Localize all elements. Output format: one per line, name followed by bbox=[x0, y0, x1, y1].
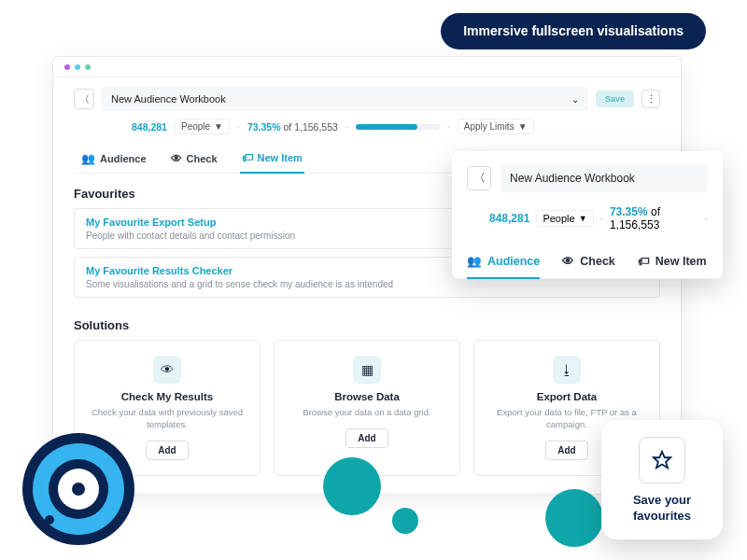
add-button[interactable]: Add bbox=[146, 441, 188, 460]
eye-icon: 👁 bbox=[171, 152, 182, 165]
chevron-down-icon: ⌄ bbox=[571, 94, 579, 105]
popout-card: 〈 New Audience Workbook 848,281 People ▼… bbox=[452, 151, 723, 279]
tag-icon: 🏷 bbox=[242, 151, 253, 164]
separator-dot: · bbox=[237, 121, 240, 133]
tab-label: Audience bbox=[100, 153, 147, 164]
brand-logo bbox=[22, 433, 134, 545]
back-button[interactable]: 〈 bbox=[74, 89, 94, 109]
unit-label: People bbox=[543, 213, 574, 224]
add-button[interactable]: Add bbox=[345, 428, 388, 448]
section-solutions-heading: Solutions bbox=[74, 305, 660, 340]
solution-title: Browse Data bbox=[334, 391, 400, 402]
unit-selector[interactable]: People ▼ bbox=[536, 210, 593, 227]
tab-label: New Item bbox=[655, 255, 707, 268]
tab-check[interactable]: 👁 Check bbox=[562, 246, 615, 278]
separator-dot: · bbox=[600, 212, 603, 225]
window-dot bbox=[85, 64, 91, 70]
eye-icon: 👁 bbox=[562, 255, 574, 268]
unit-label: People bbox=[181, 121, 210, 132]
save-favourites-label: Save your favourites bbox=[613, 493, 712, 525]
window-dot bbox=[64, 64, 70, 70]
workbook-title: New Audience Workbook bbox=[510, 172, 635, 185]
chevron-left-icon: 〈 bbox=[473, 170, 486, 187]
save-button[interactable]: Save bbox=[596, 91, 634, 107]
caret-down-icon: ▼ bbox=[579, 214, 587, 223]
workbook-title-dropdown[interactable]: New Audience Workbook bbox=[500, 164, 708, 192]
audience-percent: 73.35% bbox=[610, 205, 648, 218]
star-icon-box[interactable] bbox=[639, 437, 685, 483]
separator-dot: · bbox=[447, 121, 450, 133]
tag-icon: 🏷 bbox=[638, 255, 650, 268]
decorative-circle bbox=[545, 489, 603, 547]
more-button[interactable]: ⋮ bbox=[641, 90, 660, 108]
apply-limits-selector[interactable]: Apply Limits ▼ bbox=[458, 119, 534, 134]
app-content: 〈 New Audience Workbook ⌄ Save ⋮ 848,281… bbox=[53, 77, 681, 497]
tab-check[interactable]: 👁 Check bbox=[169, 146, 219, 173]
tab-audience[interactable]: 👥 Audience bbox=[79, 146, 148, 173]
window-dot bbox=[75, 64, 80, 70]
tab-label: Check bbox=[187, 153, 218, 164]
favourite-subtitle: Some visualisations and a grid to sense … bbox=[86, 279, 648, 289]
workbook-title: New Audience Workbook bbox=[111, 93, 226, 105]
chevron-left-icon: 〈 bbox=[79, 92, 90, 106]
separator-dot: · bbox=[705, 212, 708, 225]
download-icon: ⭳ bbox=[553, 356, 581, 384]
audience-total: 1,156,553 bbox=[294, 121, 338, 133]
solution-sub: Browse your data on a data grid. bbox=[303, 407, 430, 419]
workbook-title-dropdown[interactable]: New Audience Workbook ⌄ bbox=[102, 87, 588, 111]
window-titlebar bbox=[53, 57, 681, 77]
back-button[interactable]: 〈 bbox=[467, 166, 491, 190]
people-icon: 👥 bbox=[467, 254, 482, 268]
progress-bar bbox=[356, 124, 440, 130]
of-label: of bbox=[651, 205, 660, 218]
save-favourites-card: Save your favourites bbox=[601, 420, 723, 539]
caret-down-icon: ▼ bbox=[214, 121, 223, 132]
of-label: of bbox=[283, 121, 291, 133]
tab-new-item[interactable]: 🏷 New Item bbox=[638, 246, 707, 278]
eye-icon: 👁 bbox=[153, 356, 181, 384]
grid-icon: ▦ bbox=[353, 356, 381, 384]
metrics-bar: 848,281 People ▼ · 73.35% of 1,156,553 ·… bbox=[74, 111, 660, 142]
audience-total: 1,156,553 bbox=[610, 218, 659, 231]
caret-down-icon: ▼ bbox=[518, 121, 528, 132]
audience-count: 848,281 bbox=[132, 121, 167, 133]
apply-limits-label: Apply Limits bbox=[464, 121, 514, 132]
audience-count: 848,281 bbox=[489, 212, 529, 225]
tab-label: Check bbox=[580, 255, 615, 268]
separator-dot: · bbox=[345, 121, 348, 133]
promo-badge: Immersive fullscreen visualisations bbox=[441, 13, 706, 49]
unit-selector[interactable]: People ▼ bbox=[175, 119, 230, 134]
svg-marker-0 bbox=[654, 452, 670, 468]
solution-title: Export Data bbox=[537, 391, 598, 402]
people-icon: 👥 bbox=[81, 152, 95, 165]
solution-sub: Check your data with previously saved te… bbox=[84, 407, 250, 431]
tab-label: New Item bbox=[258, 152, 303, 163]
audience-percent: 73.35% bbox=[247, 121, 281, 133]
star-icon bbox=[652, 450, 672, 470]
decorative-circle bbox=[392, 508, 418, 534]
promo-badge-text: Immersive fullscreen visualisations bbox=[463, 23, 684, 38]
decorative-circle bbox=[323, 457, 381, 515]
solution-card-browse: ▦ Browse Data Browse your data on a data… bbox=[274, 340, 460, 476]
tab-label: Audience bbox=[487, 255, 540, 268]
tab-new-item[interactable]: 🏷 New Item bbox=[240, 146, 304, 174]
add-button[interactable]: Add bbox=[545, 441, 587, 460]
solution-title: Check My Results bbox=[121, 391, 213, 402]
kebab-icon: ⋮ bbox=[646, 93, 656, 105]
tab-audience[interactable]: 👥 Audience bbox=[467, 246, 540, 279]
